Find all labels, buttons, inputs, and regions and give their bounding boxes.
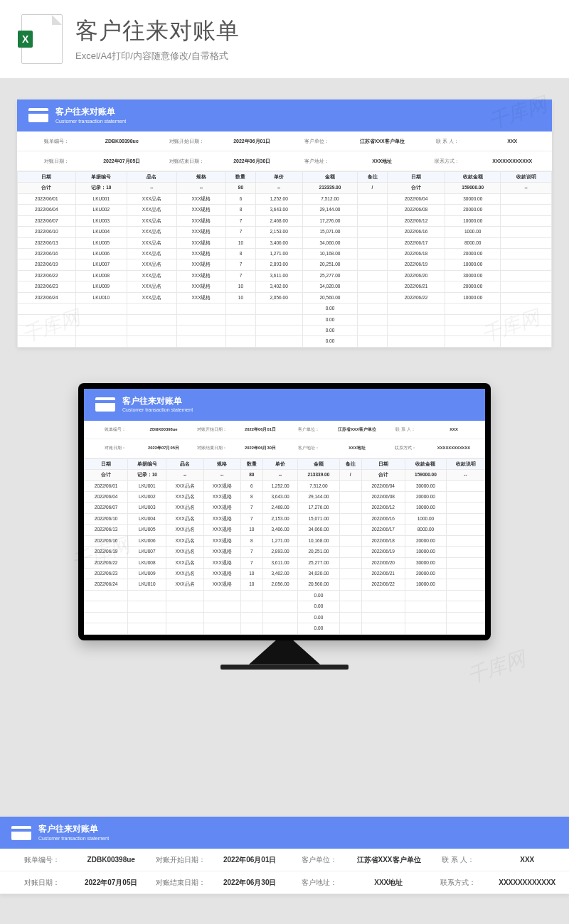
excel-file-icon: X — [21, 14, 63, 64]
table-row: 2022/06/10LKU004XXX品名XXX规格72,153.0015,07… — [85, 513, 485, 524]
col-header: 金额 — [302, 171, 358, 182]
card-icon — [28, 108, 48, 122]
label-cust-addr: 客户地址： — [284, 156, 350, 166]
table-row: 0.00 — [18, 303, 552, 314]
label-bill-date: 对账日期： — [24, 156, 90, 166]
value-contact-way: XXXXXXXXXXXX — [480, 156, 546, 166]
table-row: 2022/06/19LKU007XXX品名XXX规格72,893.0020,25… — [85, 547, 485, 557]
label-bill-date: 对账日期： — [7, 876, 77, 889]
col-header: 备注 — [339, 458, 361, 469]
bottom-banner: 客户往来对账单Customer transaction statement账单编… — [0, 817, 569, 894]
table-row: 2022/06/07LKU003XXX品名XXX规格72,468.0017,27… — [18, 215, 552, 226]
table-row: 2022/06/13LKU005XXX品名XXX规格103,406.0034,0… — [85, 525, 485, 535]
col-header: 规格 — [203, 458, 240, 469]
value-bill-no: ZDBK00398ue — [77, 853, 147, 866]
table-row: 0.00 — [18, 336, 552, 347]
sheet-header: 客户往来对账单Customer transaction statement — [17, 100, 552, 131]
col-header: 日期 — [18, 171, 76, 182]
value-bill-date: 2022年07月05日 — [77, 876, 147, 889]
col-header: 规格 — [176, 171, 226, 182]
table-row: 2022/06/04LKU002XXX品名XXX规格83,643.0029,14… — [18, 205, 552, 215]
value-contact-way: XXXXXXXXXXXX — [493, 876, 563, 889]
table-row: 2022/06/04LKU002XXX品名XXX规格83,643.0029,14… — [85, 491, 485, 502]
summary-row: 合计记录：10----80--213339.00/合计159000.00-- — [18, 183, 552, 193]
sheet-title: 客户往来对账单 — [55, 107, 126, 118]
value-bill-date: 2022年07月05日 — [139, 444, 188, 453]
col-header: 品名 — [127, 171, 177, 182]
label-contact: 联 系 人： — [423, 853, 493, 866]
value-cust-unit: 江苏省XXX客户单位 — [354, 853, 424, 866]
monitor-preview: 客户往来对账单Customer transaction statement账单编… — [0, 369, 569, 705]
sheet-header: 客户往来对账单Customer transaction statement — [0, 817, 569, 849]
col-header: 日期 — [361, 458, 405, 469]
table-row: 0.00 — [85, 612, 485, 623]
col-header: 单据编号 — [128, 458, 166, 469]
value-start: 2022年06月01日 — [236, 425, 284, 435]
table-row: 2022/06/23LKU009XXX品名XXX规格103,402.0034,0… — [85, 569, 485, 579]
value-cust-unit: 江苏省XXX客户单位 — [350, 136, 415, 146]
sheet-subtitle: Customer transaction statement — [55, 118, 126, 124]
col-header: 收款金额 — [445, 171, 501, 182]
sheet-title: 客户往来对账单 — [38, 824, 109, 835]
statement-table: 日期单据编号品名规格数量单价金额备注日期收款金额收款说明合计记录：10----8… — [84, 458, 485, 635]
table-row: 0.00 — [85, 590, 485, 601]
label-contact: 联 系 人： — [381, 425, 430, 435]
value-contact: XXX — [493, 853, 563, 866]
label-cust-unit: 客户单位： — [284, 425, 333, 435]
col-header: 备注 — [358, 171, 387, 182]
label-start: 对账开始日期： — [154, 136, 220, 146]
summary-row: 合计记录：10----80--213339.00/合计159000.00-- — [85, 470, 485, 480]
label-contact-way: 联系方式： — [415, 156, 480, 166]
value-contact: XXX — [430, 425, 478, 435]
table-row: 2022/06/22LKU008XXX品名XXX规格73,611.0025,27… — [85, 557, 485, 568]
label-end: 对账结束日期： — [154, 156, 220, 166]
info-row: 对账日期：2022年07月05日对账结束日期：2022年06月30日客户地址：X… — [84, 439, 485, 458]
info-row: 账单编号：ZDBK00398ue对账开始日期：2022年06月01日客户单位：江… — [17, 131, 552, 151]
sheet-subtitle: Customer transaction statement — [122, 407, 193, 413]
flat-preview: 客户往来对账单Customer transaction statement账单编… — [0, 78, 569, 369]
value-end: 2022年06月30日 — [216, 876, 285, 889]
page-subtitle: Excel/A4打印/内容随意修改/自带格式 — [75, 50, 548, 63]
table-row: 0.00 — [18, 326, 552, 336]
col-header: 日期 — [85, 458, 128, 469]
table-row: 2022/06/01LKU001XXX品名XXX规格61,252.007,512… — [18, 193, 552, 204]
info-row: 对账日期：2022年07月05日对账结束日期：2022年06月30日客户地址：X… — [17, 151, 552, 171]
label-contact-way: 联系方式： — [381, 444, 430, 453]
value-cust-addr: XXX地址 — [350, 156, 415, 166]
value-cust-addr: XXX地址 — [333, 444, 381, 453]
table-row: 2022/06/07LKU003XXX品名XXX规格72,468.0017,27… — [85, 503, 485, 513]
table-row: 2022/06/23LKU009XXX品名XXX规格103,402.0034,0… — [18, 281, 552, 292]
label-bill-date: 对账日期： — [91, 444, 139, 453]
value-end: 2022年06月30日 — [236, 444, 284, 453]
card-icon — [95, 397, 115, 412]
table-row: 0.00 — [85, 601, 485, 612]
col-header: 收款金额 — [405, 458, 446, 469]
label-bill-no: 账单编号： — [7, 853, 77, 866]
col-header: 数量 — [226, 171, 255, 182]
value-cust-addr: XXX地址 — [354, 876, 424, 889]
col-header: 日期 — [387, 171, 445, 182]
info-row: 账单编号：ZDBK00398ue对账开始日期：2022年06月01日客户单位：江… — [0, 849, 569, 871]
value-bill-no: ZDBK00398ue — [139, 425, 188, 435]
table-row: 2022/06/24LKU010XXX品名XXX规格102,056.0020,5… — [85, 579, 485, 590]
col-header: 金额 — [298, 458, 339, 469]
label-cust-addr: 客户地址： — [284, 876, 354, 889]
value-start: 2022年06月01日 — [220, 136, 285, 146]
label-end: 对账结束日期： — [188, 444, 236, 453]
col-header: 单价 — [255, 171, 302, 182]
sheet-subtitle: Customer transaction statement — [38, 835, 109, 842]
label-cust-unit: 客户单位： — [284, 853, 354, 866]
table-row: 2022/06/13LKU005XXX品名XXX规格103,406.0034,0… — [18, 237, 552, 248]
table-row: 2022/06/16LKU006XXX品名XXX规格81,271.0010,16… — [85, 535, 485, 546]
col-header: 数量 — [240, 458, 262, 469]
statement-table: 日期单据编号品名规格数量单价金额备注日期收款金额收款说明合计记录：10----8… — [17, 171, 552, 348]
col-header: 收款说明 — [447, 458, 485, 469]
table-row: 0.00 — [85, 623, 485, 634]
table-row: 2022/06/01LKU001XXX品名XXX规格61,252.007,512… — [85, 480, 485, 491]
label-contact-way: 联系方式： — [423, 876, 493, 889]
col-header: 单据编号 — [75, 171, 127, 182]
label-start: 对账开始日期： — [188, 425, 236, 435]
label-contact: 联 系 人： — [415, 136, 480, 146]
sheet-title: 客户往来对账单 — [122, 396, 193, 407]
table-row: 2022/06/24LKU010XXX品名XXX规格102,056.0020,5… — [18, 292, 552, 303]
